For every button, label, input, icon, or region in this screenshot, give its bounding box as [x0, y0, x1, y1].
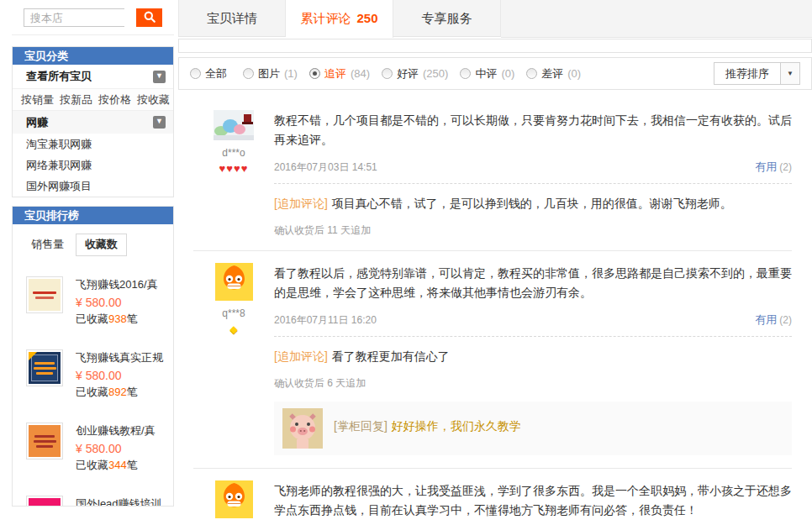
product-name-link[interactable]: 国外lead赚钱培训,: [76, 496, 165, 507]
product-collected: 已收藏344笔: [76, 458, 156, 473]
product-item[interactable]: 创业赚钱教程/真 ¥ 580.00 已收藏344笔: [26, 423, 173, 473]
member-rank-diamond-icon: ◆: [193, 323, 274, 335]
review-item: d***o ♥♥♥♥ 教程不错，几个项目都是不错的，可以长期做，只要肯努力花时间…: [193, 98, 792, 251]
useful-link[interactable]: 有用(2): [755, 160, 792, 175]
ranking-tabs: 销售量 收藏数: [13, 224, 173, 256]
seller-avatar: [282, 408, 323, 449]
filter-all[interactable]: 全部: [190, 66, 231, 81]
ranking-panel: 宝贝排行榜 销售量 收藏数 飞翔赚钱2016/真 ¥ 580.00 已收藏938…: [12, 206, 174, 507]
main-content: 宝贝详情 累计评论250 专享服务 全部 图片(1) 追评(84) 好评(250…: [178, 0, 812, 525]
product-collected: 已收藏938笔: [76, 312, 158, 327]
category-item-network[interactable]: 网络兼职网赚: [13, 155, 173, 176]
review-date: 2016年07月11日 16:20: [274, 313, 377, 328]
product-thumbnail[interactable]: [26, 349, 63, 386]
avatar: [214, 110, 254, 140]
radio-icon[interactable]: [526, 68, 537, 79]
review-item: q***8 ◆ 看了教程以后，感觉特别靠谱，可以肯定，教程买的非常值，很多思路都…: [193, 251, 792, 469]
sort-by-price-link[interactable]: 按价格: [98, 92, 131, 108]
category-panel-title: 宝贝分类: [13, 47, 173, 65]
review-list: d***o ♥♥♥♥ 教程不错，几个项目都是不错的，可以长期做，只要肯努力花时间…: [178, 98, 812, 525]
tab-favorite-count[interactable]: 收藏数: [76, 234, 127, 256]
sort-by-sales-link[interactable]: 按销量: [21, 92, 54, 108]
empty-strip: [178, 39, 812, 53]
radio-icon[interactable]: [460, 68, 471, 79]
tab-reviews[interactable]: 累计评论250: [286, 0, 393, 38]
follow-up-comment: [追加评论]看了教程更加有信心了: [274, 347, 792, 365]
category-item-overseas[interactable]: 国外网赚项目: [13, 176, 173, 197]
category-panel: 宝贝分类 查看所有宝贝 ▼ 按销量 按新品 按价格 按收藏 网赚 ▼ 淘宝兼职网…: [12, 46, 174, 197]
dashed-divider: [274, 183, 792, 184]
review-filter-bar: 全部 图片(1) 追评(84) 好评(250) 中评(0) 差评(0) 推荐排序…: [178, 57, 812, 90]
view-all-products-link[interactable]: 查看所有宝贝 ▼: [13, 65, 173, 88]
shop-search-bar: [12, 0, 174, 35]
product-price: ¥ 580.00: [76, 369, 163, 382]
product-price: ¥ 580.00: [76, 442, 156, 455]
dropdown-arrow-icon[interactable]: ▼: [780, 63, 799, 84]
radio-icon[interactable]: [243, 68, 254, 79]
category-group-wangzhuan[interactable]: 网赚 ▼: [13, 110, 173, 134]
avatar: [215, 480, 253, 518]
reviewer-username: d***o: [193, 147, 274, 159]
review-date: 2016年07月03日 14:51: [274, 160, 377, 175]
filter-negative[interactable]: 差评(0): [526, 66, 581, 81]
product-item[interactable]: 飞翔赚钱2016/真 ¥ 580.00 已收藏938笔: [26, 276, 173, 327]
review-text: 教程不错，几个项目都是不错的，可以长期做，只要肯努力花时间下去，我相信一定有收获…: [274, 111, 792, 150]
product-price: ¥ 580.00: [76, 296, 158, 309]
tab-product-details[interactable]: 宝贝详情: [178, 0, 286, 37]
chevron-down-icon[interactable]: ▼: [153, 71, 166, 83]
review-page: 宝贝分类 查看所有宝贝 ▼ 按销量 按新品 按价格 按收藏 网赚 ▼ 淘宝兼职网…: [0, 0, 812, 525]
filter-neutral[interactable]: 中评(0): [460, 66, 514, 81]
chevron-down-icon[interactable]: ▼: [153, 116, 166, 129]
avatar: [215, 263, 253, 301]
filter-positive[interactable]: 好评(250): [382, 66, 448, 81]
detail-tabs: 宝贝详情 累计评论250 专享服务: [178, 0, 812, 38]
member-rank-hearts-icon: ♥♥♥♥: [193, 163, 274, 175]
category-sort-links: 按销量 按新品 按价格 按收藏: [13, 88, 173, 110]
tab-sales-volume[interactable]: 销售量: [22, 234, 73, 256]
product-thumbnail[interactable]: [26, 276, 63, 313]
review-total-count: 250: [356, 11, 377, 25]
follow-up-time: 确认收货后 11 天追加: [274, 223, 792, 238]
product-thumbnail[interactable]: [26, 423, 63, 459]
product-name-link[interactable]: 创业赚钱教程/真: [76, 423, 156, 438]
radio-icon[interactable]: [190, 68, 201, 79]
product-item[interactable]: 国外lead赚钱培训, ¥ 1200.00: [26, 496, 173, 507]
seller-reply: [掌柜回复]好好操作，我们永久教学: [274, 402, 792, 455]
radio-icon-selected[interactable]: [309, 68, 320, 79]
search-button[interactable]: [136, 8, 162, 27]
reviewer-username: q***8: [193, 307, 274, 319]
review-text: 看了教程以后，感觉特别靠谱，可以肯定，教程买的非常值，很多思路都是自己摸索不到的…: [274, 264, 792, 302]
filter-follow-up[interactable]: 追评(84): [309, 66, 370, 81]
sort-by-favorites-link[interactable]: 按收藏: [137, 92, 170, 108]
sort-by-new-link[interactable]: 按新品: [60, 92, 92, 108]
product-item[interactable]: 飞翔赚钱真实正规 ¥ 580.00 已收藏892笔: [26, 349, 173, 400]
filter-with-pictures[interactable]: 图片(1): [243, 66, 298, 81]
ranking-product-list: 飞翔赚钱2016/真 ¥ 580.00 已收藏938笔 飞翔赚钱真实正规 ¥ 5…: [13, 256, 173, 507]
product-collected: 已收藏892笔: [76, 385, 163, 400]
seller-reply-label: [掌柜回复]: [334, 419, 388, 433]
follow-up-comment: [追加评论]项目真心不错，试了，是可以挣到钱的，几百块，用的很值。谢谢飞翔老师。: [274, 194, 792, 213]
review-item: t***2（匿名） ◆ 飞翔老师的教程很强的大，让我受益匪浅，学到了很多东西。我…: [193, 469, 792, 525]
tab-exclusive-services[interactable]: 专享服务: [393, 0, 501, 37]
product-thumbnail[interactable]: [26, 496, 63, 507]
product-name-link[interactable]: 飞翔赚钱真实正规: [76, 350, 163, 365]
search-input[interactable]: [24, 8, 124, 27]
follow-up-time: 确认收货后 6 天追加: [274, 376, 792, 391]
ranking-panel-title: 宝贝排行榜: [13, 207, 173, 224]
product-name-link[interactable]: 飞翔赚钱2016/真: [76, 277, 158, 292]
dashed-divider: [274, 336, 792, 337]
radio-icon[interactable]: [382, 68, 393, 79]
tabstrip-filler: [501, 0, 812, 38]
seller-reply-text: 好好操作，我们永久教学: [392, 419, 521, 433]
sidebar: 宝贝分类 查看所有宝贝 ▼ 按销量 按新品 按价格 按收藏 网赚 ▼ 淘宝兼职网…: [12, 0, 174, 507]
useful-link[interactable]: 有用(2): [755, 312, 792, 328]
recommended-sort-button[interactable]: 推荐排序 ▼: [714, 62, 800, 85]
category-item-taobao[interactable]: 淘宝兼职网赚: [13, 134, 173, 155]
review-text: 飞翔老师的教程很强的大，让我受益匪浅，学到了很多东西。我是一个全职妈妈，带小孩之…: [274, 481, 792, 520]
search-icon: [143, 10, 156, 26]
